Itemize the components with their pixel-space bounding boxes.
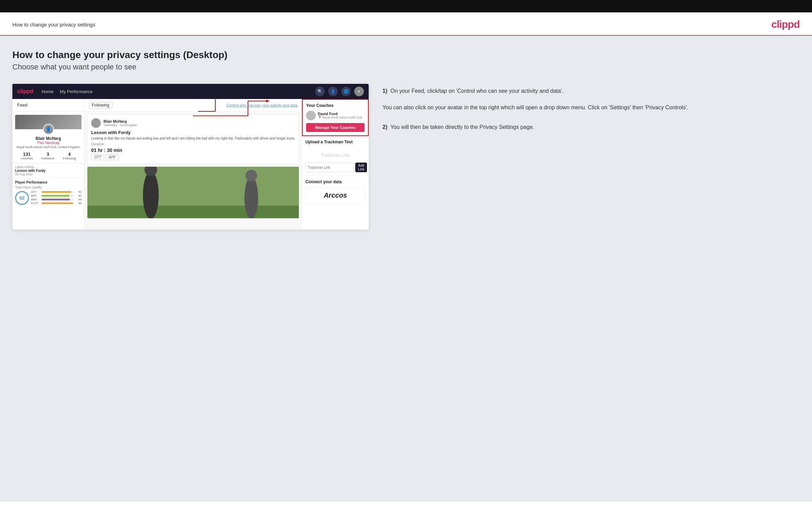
clippd-logo: clippd	[771, 19, 800, 30]
bar-putt: PUTT 96	[31, 202, 82, 205]
coach-item: David Ford 📍 Royal North Devon Golf Club	[306, 111, 365, 120]
activity-card: Blair McHarg Yesterday · Sunningdale Les…	[87, 114, 299, 164]
bar-ott-label: OTT	[31, 190, 41, 194]
player-performance: Player Performance Total Player Quality …	[12, 178, 84, 208]
app-mockup: clippd Home My Performance 🔍 👤 🌐 ▾	[12, 84, 369, 230]
trackman-section: Upload a Trackman Test Trackman Link Add…	[302, 136, 369, 176]
app-feed: Following Control who can see your activ…	[85, 99, 302, 230]
circle-score: 92	[15, 191, 29, 205]
coach-info: David Ford 📍 Royal North Devon Golf Club	[318, 112, 362, 119]
app-nav-performance: My Performance	[60, 89, 93, 94]
activity-duration-label: Duration	[91, 142, 295, 146]
arccos-logo: Arccos	[305, 187, 365, 204]
tutorial-title: How to change your privacy settings (Des…	[12, 49, 800, 60]
coach-avatar	[306, 111, 316, 120]
stat-following-num: 4	[63, 152, 76, 157]
tag-app: APP	[106, 154, 119, 160]
app-nav-icons: 🔍 👤 🌐 ▾	[315, 87, 364, 96]
activity-duration-value: 01 hr : 30 min	[91, 147, 295, 153]
profile-card: 👤 Blair McHarg Plus Handicap Royal North…	[12, 111, 84, 163]
step-1-content: 1) On your Feed, click/tap on 'Control w…	[382, 87, 800, 112]
activity-username: Blair McHarg	[104, 119, 137, 123]
bar-ott-fill	[42, 191, 71, 193]
latest-activity-name: Lesson with Fordy	[15, 169, 82, 173]
activity-image	[87, 167, 299, 218]
app-logo: clippd	[17, 88, 33, 95]
bar-app-fill	[42, 195, 69, 197]
bar-putt-val: 96	[75, 202, 82, 205]
stat-activities: 131 Activities	[21, 152, 33, 160]
breadcrumb: How to change your privacy settings	[12, 22, 95, 27]
svg-rect-3	[87, 206, 299, 218]
app-right-sidebar: Your Coaches David Ford 📍 Royal North De…	[302, 99, 369, 230]
trackman-row: Add Link	[305, 163, 365, 172]
bar-putt-fill	[42, 202, 73, 204]
tutorial-subtitle: Choose what you want people to see	[12, 63, 800, 71]
bar-app: APP 85	[31, 194, 82, 197]
app-mockup-wrapper: clippd Home My Performance 🔍 👤 🌐 ▾	[12, 84, 369, 230]
tutorial-body: clippd Home My Performance 🔍 👤 🌐 ▾	[12, 84, 800, 230]
step-1: 1) On your Feed, click/tap on 'Control w…	[382, 87, 800, 112]
profile-avatar: 👤	[43, 124, 54, 135]
trackman-title: Upload a Trackman Test	[305, 140, 365, 144]
search-icon[interactable]: 🔍	[315, 87, 325, 96]
bar-putt-track	[42, 202, 74, 204]
add-link-button[interactable]: Add Link	[355, 163, 367, 172]
page-footer: Copyright Clippd 2022	[0, 502, 812, 507]
golf-image-svg	[87, 167, 299, 218]
feed-header: Following Control who can see your activ…	[85, 99, 302, 112]
location-icon: 📍	[318, 116, 322, 119]
control-privacy-link[interactable]: Control who can see your activity and da…	[226, 103, 297, 107]
bar-ott-track	[42, 191, 74, 193]
bar-app-val: 85	[75, 194, 82, 197]
app-sidebar: Feed 👤 Blair McHarg Plus Handicap Royal …	[12, 99, 85, 230]
activity-description: Looking to feel like my hands are exitin…	[91, 136, 295, 140]
activity-title: Lesson with Fordy	[91, 130, 295, 135]
coach-club-text: Royal North Devon Golf Club	[322, 116, 362, 119]
instructions-col: 1) On your Feed, click/tap on 'Control w…	[382, 84, 800, 143]
feed-tab[interactable]: Feed	[12, 99, 84, 111]
connect-section: Connect your data Arccos	[302, 176, 369, 207]
stat-following-label: Following	[63, 157, 76, 160]
trackman-link-input[interactable]	[305, 163, 354, 172]
bar-ott: OTT 90	[31, 190, 82, 194]
activity-tags: OTT APP	[91, 154, 295, 160]
svg-point-4	[143, 171, 159, 218]
step-2: 2) You will then be taken directly to th…	[382, 123, 800, 132]
bar-arg-val: 86	[75, 198, 82, 201]
profile-stats: 131 Activities 3 Followers 4 Following	[15, 152, 82, 160]
trackman-link-text: Trackman Link	[321, 153, 350, 158]
pp-title: Player Performance	[15, 180, 82, 184]
bar-ott-val: 90	[75, 190, 82, 194]
bar-putt-label: PUTT	[31, 202, 41, 205]
tag-ott: OTT	[91, 154, 104, 160]
step-1-paragraph-2: You can also click on your avatar in the…	[382, 103, 800, 112]
page-header: How to change your privacy settings clip…	[0, 12, 812, 36]
coaches-title: Your Coaches	[306, 103, 365, 108]
profile-club: Royal North Devon Golf Club, United King…	[15, 145, 82, 149]
globe-icon[interactable]: 🌐	[341, 87, 351, 96]
trackman-placeholder: Trackman Link	[305, 147, 365, 163]
person-icon[interactable]: 👤	[328, 87, 338, 96]
activity-meta: Yesterday · Sunningdale	[104, 123, 137, 127]
activity-user-avatar	[91, 118, 101, 128]
bar-arg-label: ARG	[31, 198, 41, 201]
profile-handicap: Plus Handicap	[15, 141, 82, 145]
svg-point-6	[245, 177, 258, 218]
step-1-number: 1)	[382, 88, 387, 94]
bar-app-label: APP	[31, 194, 41, 197]
step-2-paragraph: 2) You will then be taken directly to th…	[382, 123, 800, 132]
user-avatar[interactable]: ▾	[354, 87, 364, 96]
manage-coaches-button[interactable]: Manage Your Coaches	[306, 123, 365, 132]
following-button[interactable]: Following	[89, 102, 112, 109]
profile-name: Blair McHarg	[15, 136, 82, 141]
activity-user-info: Blair McHarg Yesterday · Sunningdale	[104, 119, 137, 127]
top-bar	[0, 0, 812, 12]
app-nav-home: Home	[42, 89, 54, 94]
stat-activities-label: Activities	[21, 157, 33, 160]
stat-bars: OTT 90 APP	[31, 190, 82, 206]
stat-followers-label: Followers	[41, 157, 55, 160]
stat-following: 4 Following	[63, 152, 76, 160]
bar-arg-track	[42, 199, 74, 200]
latest-activity-date: 03 Aug 2022	[15, 173, 82, 176]
